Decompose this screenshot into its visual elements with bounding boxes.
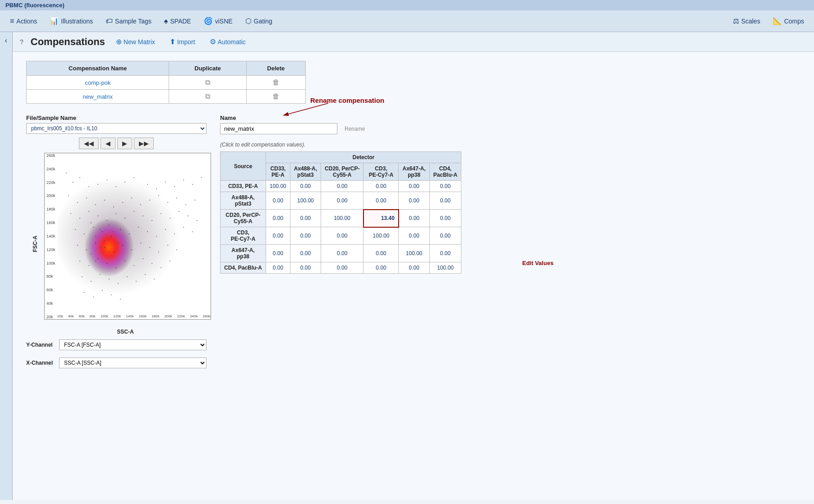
source-header: Source: [221, 152, 266, 181]
rename-button[interactable]: Rename: [345, 126, 365, 132]
automatic-button[interactable]: ⚙ Automatic: [206, 36, 249, 48]
matrix-cell-0-3[interactable]: 0.00: [363, 181, 399, 192]
svg-point-110: [95, 261, 97, 262]
svg-point-26: [131, 197, 132, 198]
new-matrix-link[interactable]: new_matrix: [83, 93, 112, 100]
matrix-cell-5-3[interactable]: 0.00: [363, 262, 399, 274]
svg-point-59: [165, 229, 166, 230]
bottom-section: File/Sample Name pbmc_lrs005_il10.fcs - …: [26, 115, 800, 368]
nav-comps[interactable]: 📐 Comps: [767, 14, 810, 28]
matrix-cell-2-5[interactable]: 0.00: [429, 210, 461, 227]
matrix-cell-1-0[interactable]: 0.00: [266, 192, 290, 210]
delete-icon-2[interactable]: 🗑: [272, 92, 280, 100]
last-button[interactable]: ▶▶: [134, 137, 154, 149]
new-matrix-button[interactable]: ⊕ New Matrix: [112, 36, 159, 48]
matrix-cell-0-4[interactable]: 0.00: [399, 181, 429, 192]
nav-scales-label: Scales: [741, 18, 760, 25]
svg-point-30: [167, 202, 168, 203]
matrix-cell-4-1[interactable]: 0.00: [290, 245, 321, 262]
matrix-cell-1-2[interactable]: 0.00: [321, 192, 363, 210]
matrix-cell-2-0[interactable]: 0.00: [266, 210, 290, 227]
matrix-cell-5-5[interactable]: 100.00: [429, 262, 461, 274]
svg-point-45: [170, 218, 170, 219]
nav-scales[interactable]: ⚖ Scales: [727, 14, 767, 28]
source-cell-4: Ax647-A,pp38: [221, 245, 266, 262]
matrix-cell-1-3[interactable]: 0.00: [363, 192, 399, 210]
matrix-cell-3-0[interactable]: 0.00: [266, 227, 290, 245]
delete-icon-1[interactable]: 🗑: [272, 78, 280, 86]
matrix-cell-3-1[interactable]: 0.00: [290, 227, 321, 245]
nav-visne[interactable]: 🌀 viSNE: [198, 14, 239, 28]
matrix-cell-5-2[interactable]: 0.00: [321, 262, 363, 274]
svg-point-2: [84, 218, 134, 277]
matrix-cell-2-1[interactable]: 0.00: [290, 210, 321, 227]
sidebar-toggle[interactable]: ‹: [0, 32, 13, 500]
x-channel-select[interactable]: SSC-A [SSC-A]: [59, 357, 207, 368]
col-header-2: CD20, PerCP-Cy55-A: [321, 163, 363, 181]
matrix-cell-1-4[interactable]: 0.00: [399, 192, 429, 210]
matrix-cell-4-4[interactable]: 100.00: [399, 245, 429, 262]
matrix-cell-4-0[interactable]: 0.00: [266, 245, 290, 262]
matrix-cell-3-2[interactable]: 0.00: [321, 227, 363, 245]
matrix-cell-0-5[interactable]: 0.00: [429, 181, 461, 192]
scatter-plot[interactable]: 260k 240k 220k 200k 180k 160k 140k 120k …: [44, 153, 211, 320]
x-axis-label: SSC-A: [44, 329, 207, 335]
source-cell-5: CD4, PacBlu-A: [221, 262, 266, 274]
import-button[interactable]: ⬆ Import: [166, 36, 199, 48]
matrix-cell-5-1[interactable]: 0.00: [290, 262, 321, 274]
duplicate-icon-2[interactable]: ⧉: [205, 92, 210, 100]
prev-button[interactable]: ◀: [101, 137, 115, 149]
x-channel-label: X-Channel: [26, 360, 55, 366]
matrix-row-3: CD3,PE-Cy7-A 0.00 0.00 0.00 100.00 0.00 …: [221, 227, 461, 245]
matrix-cell-0-0[interactable]: 100.00: [266, 181, 290, 192]
x-axis-ticks: 20k 40k 60k 80k 100k 120k 140k 160k 180k…: [57, 314, 211, 318]
delete-cell-1: 🗑: [246, 76, 305, 90]
matrix-cell-4-5[interactable]: 0.00: [429, 245, 461, 262]
svg-point-35: [79, 218, 80, 219]
visne-icon: 🌀: [204, 17, 213, 25]
svg-point-40: [124, 218, 125, 219]
first-button[interactable]: ◀◀: [79, 137, 99, 149]
matrix-cell-2-3-editing[interactable]: [363, 210, 399, 227]
help-icon[interactable]: ?: [20, 38, 23, 46]
matrix-cell-3-5[interactable]: 0.00: [429, 227, 461, 245]
matrix-cell-1-1[interactable]: 100.00: [290, 192, 321, 210]
nav-spade[interactable]: ♠ SPADE: [158, 14, 198, 28]
matrix-cell-4-3[interactable]: 0.00: [363, 245, 399, 262]
nav-gating[interactable]: ⬡ Gating: [239, 14, 279, 28]
comp-name-header: Compensation Name: [27, 61, 169, 76]
editing-input[interactable]: [368, 215, 395, 221]
nav-sample-tags[interactable]: 🏷 Sample Tags: [99, 14, 158, 28]
col-header-1: Ax488-A,pStat3: [290, 163, 321, 181]
matrix-cell-3-4[interactable]: 0.00: [399, 227, 429, 245]
comp-pok-link[interactable]: comp-pok: [85, 79, 110, 86]
svg-point-38: [106, 220, 107, 221]
name-label: Name: [220, 115, 365, 121]
matrix-cell-2-2[interactable]: 100.00: [321, 210, 363, 227]
col-header-0: CD33,PE-A: [266, 163, 290, 181]
matrix-cell-5-4[interactable]: 0.00: [399, 262, 429, 274]
nav-actions[interactable]: ≡ Actions: [4, 14, 43, 28]
rename-annotation: Rename compensation: [310, 96, 384, 104]
svg-point-90: [118, 283, 119, 284]
file-select[interactable]: pbmc_lrs005_il10.fcs - IL10: [26, 123, 207, 134]
matrix-cell-0-2[interactable]: 0.00: [321, 181, 363, 192]
svg-point-37: [97, 215, 98, 216]
matrix-cell-2-4[interactable]: 0.00: [399, 210, 429, 227]
matrix-cell-4-2[interactable]: 0.00: [321, 245, 363, 262]
nav-illustrations[interactable]: 📊 Illustrations: [43, 14, 99, 28]
y-channel-select[interactable]: FSC-A [FSC-A]: [59, 339, 207, 350]
matrix-cell-0-1[interactable]: 0.00: [290, 181, 321, 192]
next-button[interactable]: ▶: [117, 137, 132, 149]
matrix-cell-3-3[interactable]: 100.00: [363, 227, 399, 245]
matrix-cell-1-5[interactable]: 0.00: [429, 192, 461, 210]
svg-point-20: [77, 202, 78, 203]
source-cell-2: CD20, PerCP-Cy55-A: [221, 210, 266, 227]
nav-comps-label: Comps: [784, 18, 804, 25]
svg-point-87: [91, 281, 92, 282]
svg-point-3: [66, 173, 67, 174]
name-input[interactable]: [220, 123, 337, 134]
matrix-row-2: CD20, PerCP-Cy55-A 0.00 0.00 100.00 0.00…: [221, 210, 461, 227]
duplicate-icon-1[interactable]: ⧉: [205, 78, 210, 86]
matrix-cell-5-0[interactable]: 0.00: [266, 262, 290, 274]
